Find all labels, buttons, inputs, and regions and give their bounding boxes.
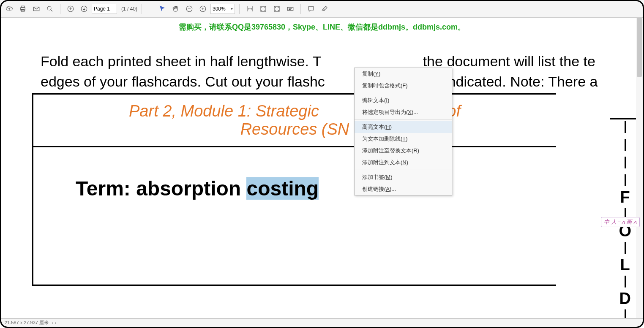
fold-letter: D (619, 290, 630, 306)
context-menu-item[interactable]: 创建链接(A)... (355, 183, 452, 195)
comment-icon[interactable] (305, 3, 317, 15)
card-title: Part 2, Module 1: Strategicent of Resour… (42, 102, 548, 138)
page-dimensions: 21.587 x 27.937 厘米 (5, 320, 49, 326)
fold-dash (625, 157, 626, 168)
context-menu-item[interactable]: 高亮文本(H) (355, 121, 452, 133)
menu-separator (355, 170, 452, 170)
context-menu-item[interactable]: 添加附注至替换文本(R) (355, 145, 452, 157)
page-number-input[interactable] (92, 4, 117, 14)
fold-dash (625, 242, 626, 254)
svg-rect-1 (21, 6, 25, 8)
svg-rect-2 (21, 9, 25, 11)
context-menu-item[interactable]: 编辑文本(I) (355, 95, 452, 106)
watermark-text: 需购买，请联系QQ是39765830，Skype、LINE、微信都是ddbmjs… (179, 22, 465, 32)
zoom-in-icon[interactable] (197, 3, 209, 15)
context-menu-item[interactable]: 添加附注到文本(N) (355, 157, 452, 168)
selection-tool-icon[interactable] (156, 3, 168, 15)
zoom-out-icon[interactable] (183, 3, 195, 15)
selected-text: costing (246, 177, 319, 200)
page-count: (1 / 40) (121, 6, 137, 12)
statusbar: 21.587 x 27.937 厘米 ‹› (1, 318, 643, 327)
svg-rect-11 (287, 7, 293, 11)
fit-width-icon[interactable] (244, 3, 256, 15)
fold-dash (625, 174, 626, 186)
page-up-icon[interactable] (65, 3, 76, 15)
scrollbar-vertical[interactable] (636, 18, 643, 318)
hand-tool-icon[interactable] (170, 3, 182, 15)
toolbar: (1 / 40) 300%▾ (0, 0, 644, 18)
ime-indicator[interactable]: 中 大 ᵕ ᴧ 画 ᴧ (601, 217, 640, 227)
context-menu-item[interactable]: 为文本加删除线(T) (355, 133, 452, 145)
context-menu-item[interactable]: 添加书签(M) (355, 171, 452, 183)
save-to-cloud-icon[interactable] (3, 3, 15, 15)
menu-separator (355, 119, 452, 120)
context-menu-item[interactable]: 复制(Y) (355, 68, 452, 80)
svg-point-4 (47, 6, 51, 10)
flashcard-frame: Part 2, Module 1: Strategicent of Resour… (32, 93, 556, 286)
read-mode-icon[interactable] (284, 3, 296, 15)
instruction-text: Fold each printed sheet in half lengthwi… (41, 52, 644, 92)
context-menu: 复制(Y)复制时包含格式(F)编辑文本(I)将选定项目导出为(X)...高亮文本… (354, 68, 452, 195)
fit-page-icon[interactable] (257, 3, 269, 15)
separator (142, 4, 142, 14)
zoom-select[interactable]: 300%▾ (210, 4, 235, 14)
document-page: Fold each printed sheet in half lengthwi… (25, 52, 644, 286)
card-title-row: Part 2, Module 1: Strategicent of Resour… (33, 95, 556, 147)
fold-dash (625, 121, 626, 133)
card-term-row: Term: absorption costing (33, 147, 556, 285)
email-icon[interactable] (30, 3, 42, 15)
term-text[interactable]: Term: absorption costing (76, 177, 543, 200)
context-menu-item[interactable]: 将选定项目导出为(X)... (355, 106, 452, 118)
status-zoom-control[interactable]: ‹› (52, 321, 56, 325)
document-viewport[interactable]: 需购买，请联系QQ是39765830，Skype、LINE、微信都是ddbmjs… (0, 18, 644, 320)
print-icon[interactable] (17, 3, 29, 15)
context-menu-item[interactable]: 复制时包含格式(F) (355, 80, 452, 92)
menu-separator (355, 93, 452, 93)
separator (300, 4, 301, 14)
fold-letter: L (620, 257, 630, 273)
fullscreen-icon[interactable] (271, 3, 283, 15)
fold-dash (625, 139, 626, 151)
sign-icon[interactable] (319, 3, 330, 15)
separator (60, 4, 60, 14)
fold-dash (625, 276, 626, 287)
scrollbar-thumb[interactable] (637, 18, 642, 77)
separator (239, 4, 240, 14)
fold-letter: F (620, 189, 630, 205)
search-icon[interactable] (44, 3, 56, 15)
page-down-icon[interactable] (78, 3, 90, 15)
